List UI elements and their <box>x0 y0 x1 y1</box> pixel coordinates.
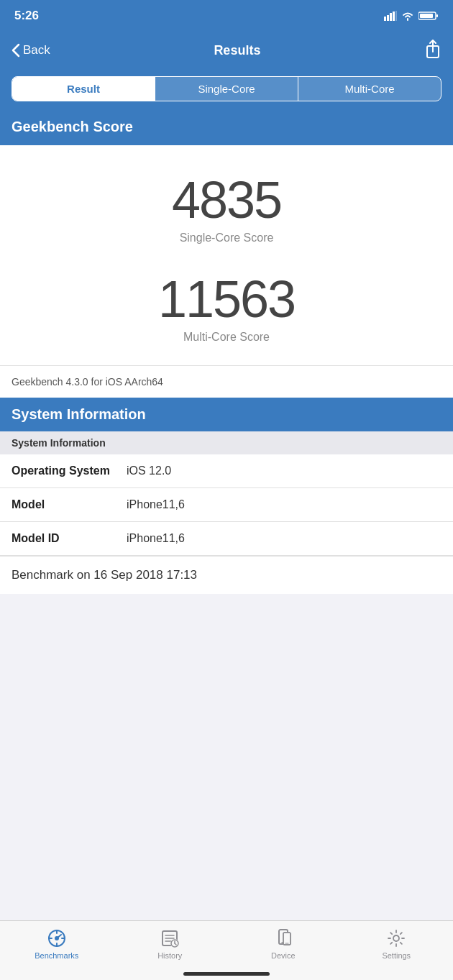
geekbench-score-header: Geekbench Score <box>0 111 453 145</box>
svg-rect-7 <box>420 14 433 18</box>
sys-info-value-model-id: iPhone11,6 <box>127 532 185 545</box>
signal-icon <box>384 11 397 21</box>
multi-core-score-number: 11563 <box>14 273 439 325</box>
share-icon <box>424 39 441 59</box>
tab-settings-label: Settings <box>382 951 411 960</box>
svg-point-29 <box>393 935 399 941</box>
status-bar: 5:26 <box>0 0 453 32</box>
geekbench-info-line: Geekbench 4.3.0 for iOS AArch64 <box>0 365 453 398</box>
svg-rect-1 <box>387 15 389 21</box>
segment-single-core[interactable]: Single-Core <box>155 77 298 101</box>
tab-benchmarks-label: Benchmarks <box>35 951 78 960</box>
home-indicator <box>183 972 270 976</box>
history-icon <box>160 928 180 948</box>
score-area: 4835 Single-Core Score 11563 Multi-Core … <box>0 145 453 365</box>
svg-rect-4 <box>395 11 397 21</box>
svg-rect-0 <box>384 17 386 21</box>
sys-info-key-os: Operating System <box>12 464 127 477</box>
svg-rect-6 <box>436 14 438 17</box>
sys-info-row-model-id: Model ID iPhone11,6 <box>0 522 453 556</box>
tab-device-label: Device <box>271 951 296 960</box>
tab-history-label: History <box>157 951 182 960</box>
back-button[interactable]: Back <box>12 43 50 58</box>
device-icon <box>273 928 293 948</box>
tab-settings[interactable]: Settings <box>340 928 454 960</box>
tab-history[interactable]: History <box>114 928 227 960</box>
segment-result[interactable]: Result <box>12 77 155 101</box>
sys-info-key-model: Model <box>12 498 127 511</box>
nav-bar: Back Results <box>0 32 453 69</box>
battery-icon <box>418 11 439 21</box>
share-button[interactable] <box>424 39 441 63</box>
multi-core-score-label: Multi-Core Score <box>14 331 439 344</box>
benchmark-date: Benchmark on 16 Sep 2018 17:13 <box>0 556 453 594</box>
tab-bar: Benchmarks History <box>0 920 453 980</box>
single-core-score-number: 4835 <box>14 174 439 226</box>
sys-info-value-model: iPhone11,6 <box>127 498 185 511</box>
sys-info-row-model: Model iPhone11,6 <box>0 488 453 522</box>
benchmarks-icon <box>47 928 67 948</box>
system-information-header: System Information <box>0 398 453 431</box>
sys-info-row-os: Operating System iOS 12.0 <box>0 454 453 488</box>
wifi-icon <box>401 11 414 21</box>
settings-icon <box>386 928 406 948</box>
segment-multi-core[interactable]: Multi-Core <box>298 77 441 101</box>
single-core-score-label: Single-Core Score <box>14 232 439 244</box>
system-info-group-header: System Information <box>0 431 453 454</box>
status-icons <box>384 11 439 21</box>
page-title: Results <box>214 43 260 58</box>
chevron-left-icon <box>12 43 20 58</box>
svg-rect-2 <box>390 13 392 21</box>
status-time: 5:26 <box>14 9 39 23</box>
sys-info-value-os: iOS 12.0 <box>127 464 171 477</box>
segmented-control: Result Single-Core Multi-Core <box>12 76 441 101</box>
tab-device[interactable]: Device <box>226 928 340 960</box>
sys-info-key-model-id: Model ID <box>12 532 127 545</box>
svg-rect-3 <box>393 12 395 21</box>
segment-container: Result Single-Core Multi-Core <box>0 69 453 111</box>
tab-benchmarks[interactable]: Benchmarks <box>0 928 114 960</box>
